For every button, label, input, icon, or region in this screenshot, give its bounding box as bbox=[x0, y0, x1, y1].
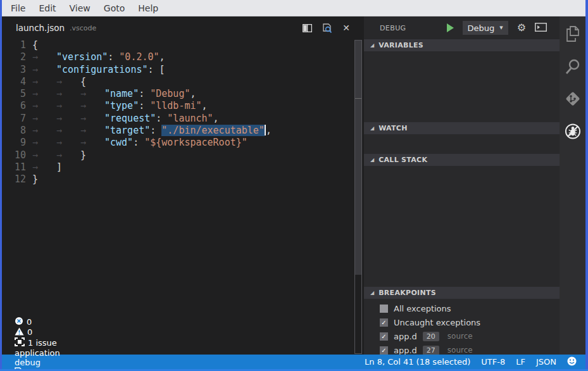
status-item-text: LF bbox=[516, 357, 525, 367]
status-item-text: application bbox=[15, 348, 60, 358]
debug-config-value: Debug bbox=[468, 23, 495, 33]
tab-whitespace-icon: → bbox=[32, 51, 56, 63]
status-item-warnings[interactable]: 0 bbox=[15, 327, 97, 337]
tab-whitespace-icon: → bbox=[32, 125, 56, 137]
status-bar-left: 001 issueapplicationdebugTODO:sWakaTime … bbox=[15, 317, 108, 371]
editor-scrollbar bbox=[353, 39, 364, 355]
split-editor-icon[interactable] bbox=[303, 24, 312, 32]
breakpoint-checkbox[interactable]: ✓ bbox=[380, 332, 388, 341]
section-call-stack[interactable]: ◢ CALL STACK bbox=[364, 154, 560, 166]
section-variables-label: VARIABLES bbox=[378, 41, 423, 49]
code-line-content: →→→"name": "Debug", bbox=[32, 88, 196, 100]
tab-whitespace-icon: → bbox=[80, 137, 104, 149]
scrollbar-thumb[interactable] bbox=[355, 41, 361, 275]
line-number[interactable]: 4 bbox=[2, 76, 32, 88]
status-item-encoding[interactable]: UTF-8 bbox=[481, 357, 505, 367]
menu-view[interactable]: View bbox=[70, 3, 91, 13]
section-breakpoints-label: BREAKPOINTS bbox=[378, 289, 436, 297]
status-bar-right: Ln 8, Col 41 (18 selected)UTF-8LFJSON bbox=[354, 356, 577, 368]
menu-edit[interactable]: Edit bbox=[39, 3, 56, 13]
line-number[interactable]: 5 bbox=[2, 88, 32, 100]
explorer-icon[interactable] bbox=[565, 26, 581, 42]
code-token: "0.2.0" bbox=[119, 51, 159, 63]
code-line: 6→→→"type": "lldb-mi", bbox=[2, 100, 353, 112]
collapse-triangle-icon: ◢ bbox=[370, 158, 374, 163]
debug-console-icon[interactable] bbox=[535, 22, 547, 34]
watch-body bbox=[364, 134, 560, 154]
close-icon[interactable]: ✕ bbox=[342, 23, 350, 33]
debug-toolbar: DEBUG Debug ▼ ⚙ bbox=[364, 16, 560, 39]
code-editor[interactable]: 1{2→"version": "0.2.0",3→"configurations… bbox=[2, 39, 353, 355]
code-token: "launch" bbox=[167, 113, 213, 124]
start-debug-icon[interactable] bbox=[447, 23, 454, 32]
section-variables[interactable]: ◢ VARIABLES bbox=[364, 39, 560, 51]
line-number[interactable]: 8 bbox=[2, 125, 32, 137]
section-breakpoints[interactable]: ◢ BREAKPOINTS bbox=[364, 287, 560, 299]
line-number[interactable]: 12 bbox=[2, 173, 32, 186]
code-token: } bbox=[32, 173, 38, 185]
editor-group: launch.json .vscode ✕ 1{2→"version": "0.… bbox=[2, 16, 364, 355]
status-item-issues[interactable]: 1 issue bbox=[15, 337, 97, 348]
line-number[interactable]: 11 bbox=[2, 161, 32, 173]
breakpoint-row[interactable]: ✓Uncaught exceptions bbox=[364, 315, 560, 329]
status-item-debug-config[interactable]: debug bbox=[15, 358, 97, 367]
tab-whitespace-icon: → bbox=[32, 113, 56, 125]
code-token: : bbox=[150, 125, 161, 136]
open-preview-icon[interactable] bbox=[322, 23, 332, 33]
status-item-eol[interactable]: LF bbox=[516, 357, 525, 367]
tab-whitespace-icon: → bbox=[56, 113, 80, 125]
tab-whitespace-icon: → bbox=[32, 88, 56, 100]
code-line-content: } bbox=[32, 173, 38, 186]
code-token: "cwd" bbox=[104, 137, 133, 148]
line-number[interactable]: 6 bbox=[2, 100, 32, 112]
status-item-errors[interactable]: 0 bbox=[15, 317, 97, 327]
status-item-application[interactable]: application bbox=[15, 348, 97, 358]
debug-config-dropdown[interactable]: Debug ▼ bbox=[463, 21, 508, 35]
status-item-language-mode[interactable]: JSON bbox=[536, 357, 556, 367]
breakpoint-checkbox[interactable] bbox=[380, 305, 388, 313]
code-token: "name" bbox=[104, 88, 139, 99]
code-line: 5→→→"name": "Debug", bbox=[2, 88, 353, 100]
line-number[interactable]: 1 bbox=[2, 39, 32, 51]
line-number[interactable]: 9 bbox=[2, 137, 32, 149]
status-item-feedback[interactable] bbox=[567, 356, 577, 368]
code-line-content: →→→"cwd": "${workspaceRoot}" bbox=[32, 137, 247, 149]
collapse-triangle-icon: ◢ bbox=[370, 291, 374, 296]
line-number[interactable]: 7 bbox=[2, 113, 32, 125]
line-number[interactable]: 10 bbox=[2, 149, 32, 161]
code-token: , bbox=[190, 88, 196, 99]
line-number[interactable]: 3 bbox=[2, 64, 32, 76]
tab-whitespace-icon: → bbox=[56, 76, 80, 88]
menu-help[interactable]: Help bbox=[138, 3, 158, 13]
menu-file[interactable]: File bbox=[11, 3, 25, 13]
debug-icon[interactable] bbox=[565, 123, 581, 139]
code-line: 9→→→"cwd": "${workspaceRoot}" bbox=[2, 137, 353, 149]
code-token: , bbox=[266, 125, 272, 136]
breakpoint-checkbox[interactable]: ✓ bbox=[380, 346, 388, 355]
breakpoint-row[interactable]: ✓app.d20source bbox=[364, 329, 560, 343]
code-line-content: →→→"target": "./bin/executable", bbox=[32, 125, 272, 137]
section-watch[interactable]: ◢ WATCH bbox=[364, 122, 560, 134]
breakpoint-line-badge: 27 bbox=[423, 346, 439, 355]
breakpoint-detail: source bbox=[447, 346, 473, 355]
status-item-cursor-position[interactable]: Ln 8, Col 41 (18 selected) bbox=[365, 357, 470, 367]
code-token: ] bbox=[56, 161, 62, 173]
menu-goto[interactable]: Goto bbox=[104, 3, 125, 13]
tab-bar: launch.json .vscode ✕ bbox=[2, 16, 364, 39]
collapse-triangle-icon: ◢ bbox=[370, 126, 374, 131]
tab-whitespace-icon: → bbox=[32, 137, 56, 149]
smiley-icon bbox=[567, 356, 577, 368]
tab-whitespace-icon: → bbox=[56, 137, 80, 149]
breakpoint-checkbox[interactable]: ✓ bbox=[380, 318, 388, 327]
line-number[interactable]: 2 bbox=[2, 51, 32, 63]
code-line-content: →→→"type": "lldb-mi", bbox=[32, 100, 208, 112]
code-line: 3→"configurations": [ bbox=[2, 64, 353, 76]
breakpoint-row[interactable]: All exceptions bbox=[364, 301, 560, 315]
code-line: 8→→→"target": "./bin/executable", bbox=[2, 125, 353, 137]
code-token: "configurations" bbox=[56, 64, 148, 75]
breakpoint-label: All exceptions bbox=[394, 304, 451, 313]
gear-icon[interactable]: ⚙ bbox=[517, 23, 526, 33]
search-icon[interactable] bbox=[565, 58, 581, 75]
source-control-icon[interactable] bbox=[565, 91, 581, 107]
tab-launch-json[interactable]: launch.json bbox=[16, 23, 65, 33]
